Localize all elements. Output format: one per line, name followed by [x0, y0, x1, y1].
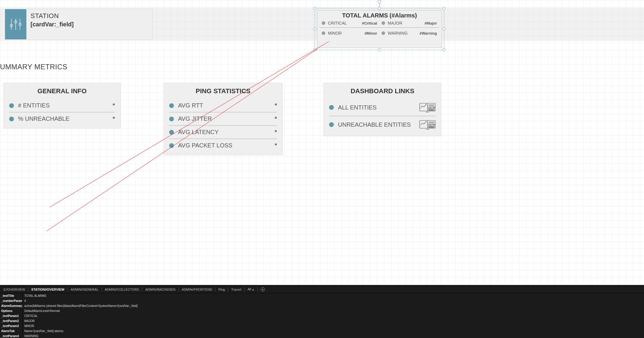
property-row[interactable]: _textParam4 WARNING [0, 334, 644, 338]
property-value[interactable]: CRITICAL [22, 313, 644, 318]
tab-station-overview[interactable]: STATION//OVERVIEW [28, 286, 68, 293]
tab-all-dropdown[interactable]: All▲ [245, 286, 257, 293]
bullet-icon [169, 143, 174, 148]
panel-dashboard-links[interactable]: DASHBOARD LINKS ALL ENTITIES UNREA [323, 83, 441, 136]
alarm-dot-major [382, 21, 385, 25]
metric-value: * [275, 129, 277, 136]
panel-ping-statistics[interactable]: PING STATISTICS AVG RTT * AVG JITTER * A… [164, 83, 283, 155]
property-value[interactable]: Name=[cardVar:_field] alarms [22, 329, 644, 334]
metric-row[interactable]: % UNREACHABLE * [9, 112, 115, 125]
alarm-value-major: #Major [418, 21, 439, 25]
tab-admin-backends[interactable]: ADMIN//BACKENDS [142, 286, 178, 293]
property-key: _textParam2 [0, 318, 22, 323]
svg-rect-22 [433, 125, 434, 128]
rotate-handle[interactable] [378, 0, 381, 4]
station-card[interactable]: STATION [cardVar:_field] [5, 9, 153, 40]
property-key: _textParam4 [0, 334, 22, 338]
alarm-card[interactable]: TOTAL ALARMS (#Alarms) CRITICAL #Critica… [317, 10, 442, 48]
property-key: _numberParams [0, 298, 22, 303]
property-value[interactable]: MINOR [22, 323, 644, 329]
dashboard-icon [419, 119, 436, 130]
bullet-icon [9, 117, 14, 121]
tab-tracert[interactable]: Tracert [228, 286, 244, 293]
svg-rect-21 [432, 126, 433, 128]
station-subtitle: [cardVar:_field] [31, 21, 74, 28]
metric-label: % UNREACHABLE [18, 115, 108, 122]
dashboard-link[interactable]: ALL ENTITIES [329, 99, 436, 116]
svg-rect-11 [432, 109, 433, 110]
metric-value: * [275, 115, 277, 122]
link-label: UNREACHABLE ENTITIES [338, 121, 415, 128]
alarm-label-major: MAJOR [388, 21, 417, 25]
tab-bar[interactable]: E//OVERVIEW STATION//OVERVIEW ADMIN//GEN… [0, 286, 644, 293]
panel-title: GENERAL INFO [9, 87, 115, 95]
svg-rect-12 [433, 107, 434, 111]
tab-ping[interactable]: Ping [215, 286, 228, 293]
property-key: Options [0, 308, 22, 313]
metric-label: AVG RTT [178, 102, 270, 109]
dashboard-icon [419, 102, 436, 113]
alarm-value-minor: #Minor [358, 31, 379, 36]
metric-value: * [113, 115, 115, 122]
property-row[interactable]: _textParam3 MINOR [0, 323, 644, 329]
property-row[interactable]: Options DefaultAlarmLevel=Normal [0, 308, 644, 313]
bullet-icon [169, 130, 174, 135]
metric-value: * [275, 142, 277, 149]
metric-row[interactable]: # ENTITIES * [9, 99, 115, 112]
alarm-label-minor: MINOR [328, 31, 357, 36]
alarm-card-title: TOTAL ALARMS (#Alarms) [317, 10, 442, 20]
property-key: AlarmSummary [0, 303, 22, 308]
tab-admin-collectors[interactable]: ADMIN//COLLECTORS [102, 286, 142, 293]
panel-title: PING STATISTICS [169, 87, 277, 95]
tab-e-overview[interactable]: E//OVERVIEW [1, 286, 28, 293]
alarm-value-warning: #Warning [418, 31, 439, 36]
property-row[interactable]: _numberParams 4 [0, 298, 644, 303]
tab-admin-general[interactable]: ADMIN//GENERAL [68, 286, 101, 293]
svg-rect-10 [430, 108, 431, 111]
property-value[interactable]: active|AllAlarms (shared filter)|false|A… [22, 303, 644, 308]
property-value[interactable]: DefaultAlarmLevel=Normal [22, 308, 644, 313]
metric-row[interactable]: AVG PACKET LOSS * [169, 139, 277, 152]
metric-label: AVG JITTER [178, 115, 270, 122]
alarm-value-critical: #Critical [358, 21, 379, 25]
property-row[interactable]: _textParam1 CRITICAL [0, 313, 644, 318]
alarm-separator [320, 27, 439, 28]
add-tab-button[interactable]: + [258, 286, 268, 293]
property-row[interactable]: AlarmTab Name=[cardVar:_field] alarms [0, 329, 644, 334]
metric-row[interactable]: AVG RTT * [169, 99, 277, 112]
metric-label: # ENTITIES [18, 102, 108, 109]
sliders-icon [5, 9, 26, 39]
panel-general-info[interactable]: GENERAL INFO # ENTITIES * % UNREACHABLE … [4, 83, 121, 128]
tab-admin-frontend[interactable]: ADMIN//FRONTEND [179, 286, 215, 293]
bottom-panel: E//OVERVIEW STATION//OVERVIEW ADMIN//GEN… [0, 285, 644, 338]
station-title: STATION [31, 12, 74, 20]
property-value[interactable]: 4 [22, 298, 644, 303]
resize-handle-sw[interactable] [313, 48, 316, 51]
bullet-icon [169, 117, 174, 121]
svg-rect-20 [430, 125, 431, 128]
resize-handle-se[interactable] [443, 48, 446, 51]
alarm-dot-minor [322, 31, 325, 35]
resize-handle-s[interactable] [378, 48, 381, 51]
property-grid[interactable]: _textTitle TOTAL ALARMS _numberParams 4 … [0, 293, 644, 338]
bullet-icon [329, 122, 334, 127]
metric-value: * [113, 102, 115, 109]
alarm-dot-critical [322, 21, 325, 25]
metric-row[interactable]: AVG JITTER * [169, 112, 277, 125]
property-value[interactable]: WARNING [22, 334, 644, 338]
section-heading: UMMARY METRICS [0, 63, 67, 71]
link-label: ALL ENTITIES [338, 104, 415, 111]
property-value[interactable]: TOTAL ALARMS [22, 293, 644, 298]
property-value[interactable]: MAJOR [22, 318, 644, 323]
panel-title: DASHBOARD LINKS [329, 87, 436, 95]
metric-label: AVG LATENCY [178, 129, 270, 136]
metric-row[interactable]: AVG LATENCY * [169, 126, 277, 139]
property-row[interactable]: _textTitle TOTAL ALARMS [0, 293, 644, 298]
property-key: _textTitle [0, 293, 22, 298]
property-row[interactable]: _textParam2 MAJOR [0, 318, 644, 323]
design-canvas[interactable]: STATION [cardVar:_field] TOTAL ALARMS (#… [0, 0, 644, 338]
property-row[interactable]: AlarmSummary active|AllAlarms (shared fi… [0, 303, 644, 308]
bullet-icon [9, 103, 14, 108]
dashboard-link[interactable]: UNREACHABLE ENTITIES [329, 116, 436, 133]
property-key: _textParam3 [0, 323, 22, 329]
